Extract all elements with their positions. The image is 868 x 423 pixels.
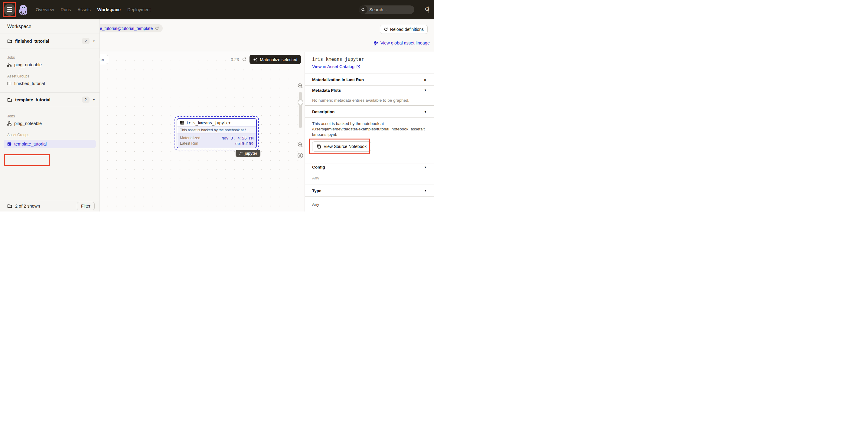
refresh-icon[interactable] (155, 26, 159, 31)
lineage-label: View global asset lineage (380, 40, 430, 46)
reload-definitions-button[interactable]: Reload definitions (380, 25, 428, 34)
nav-item-overview[interactable]: Overview (36, 7, 54, 12)
breadcrumb-label: template_tutorial@tutorial_template (100, 26, 153, 31)
sidebar-item-asset-group-finished-tutorial[interactable]: finished_tutorial (0, 79, 99, 88)
search-input[interactable] (368, 7, 428, 12)
primary-nav: Overview Runs Assets Workspace Deploymen… (36, 7, 151, 12)
jupyter-tag-label: jupyter (245, 151, 257, 155)
section-materialization-in-last-run[interactable]: Materialization in Last Run ▶ (305, 73, 434, 85)
materialized-timestamp[interactable]: Nov 3, 4:56 PM (222, 136, 253, 141)
sidebar-item-job-ping-noteable[interactable]: ping_noteable (0, 61, 99, 69)
catalog-link-label: View in Asset Catalog (312, 64, 354, 69)
latest-run-label: Latest Run (180, 141, 198, 146)
chevron-down-icon[interactable]: ▾ (93, 39, 95, 43)
materialize-label: Materialize selected (260, 57, 297, 62)
clipped-node-tag[interactable]: jupyter (100, 55, 108, 64)
chevron-down-icon: ▼ (424, 89, 427, 92)
zoom-slider-track[interactable] (299, 92, 302, 128)
view-global-asset-lineage-link[interactable]: View global asset lineage (374, 40, 430, 46)
notebook-copy-icon (317, 144, 321, 149)
nav-item-assets[interactable]: Assets (78, 7, 91, 12)
chevron-down-icon: ▼ (424, 189, 427, 192)
asset-node-name: iris_kmeans_jupyter (186, 120, 231, 125)
type-value: Any (305, 197, 434, 212)
latest-run-id[interactable]: ebf5d159 (235, 141, 253, 146)
graph-toolbar: 0:23 Materialize selected (231, 55, 301, 64)
refresh-timer: 0:23 (231, 57, 239, 62)
chevron-down-icon: ▼ (424, 166, 427, 169)
refresh-icon[interactable] (242, 57, 247, 62)
nav-item-deployment[interactable]: Deployment (127, 7, 151, 12)
breadcrumb[interactable]: template_tutorial@tutorial_template (100, 24, 163, 32)
zoom-in-button[interactable] (297, 83, 303, 89)
sidebar-title: Workspace (0, 19, 99, 34)
global-search[interactable]: / (359, 5, 414, 14)
repo-name: template_tutorial (15, 97, 82, 102)
external-link-icon (356, 64, 361, 69)
section-label: Description (312, 110, 335, 114)
asset-groups-section-label: Asset Groups (7, 132, 92, 138)
job-icon (7, 121, 11, 126)
job-label: ping_noteable (14, 62, 42, 67)
folder-icon (7, 97, 12, 102)
chevron-right-icon: ▶ (424, 78, 427, 81)
section-label: Type (312, 188, 321, 193)
top-nav: Overview Runs Assets Workspace Deploymen… (0, 0, 434, 19)
dagster-logo[interactable] (18, 4, 28, 15)
folder-icon (7, 204, 12, 209)
asset-graph-canvas[interactable]: jupyter 0:23 Materialize selected iris_k… (100, 52, 305, 212)
asset-group-icon (7, 81, 11, 86)
lineage-icon (374, 41, 378, 46)
job-label: ping_noteable (14, 121, 42, 126)
workspace-sidebar: Workspace finished_tutorial 2 ▾ Jobs pin… (0, 19, 100, 212)
repo-group-template: Jobs ping_noteable Asset Groups template… (0, 107, 99, 153)
asset-table-icon (180, 121, 184, 125)
job-icon (7, 63, 11, 67)
asset-description-text: This asset is backed by the notebook at … (312, 121, 427, 138)
view-source-notebook-label: View Source Notebook (323, 144, 367, 149)
search-icon (359, 5, 368, 14)
gear-icon[interactable]: ⚙ (425, 6, 430, 12)
annotation-box-selected-asset-group (4, 154, 50, 166)
asset-group-label: template_tutorial (14, 142, 46, 146)
page-header: template_tutorial@tutorial_template Relo… (100, 19, 434, 52)
asset-node-description: This asset is backed by the notebook at … (177, 127, 256, 134)
sidebar-item-job-ping-noteable[interactable]: ping_noteable (0, 119, 99, 128)
repo-name: finished_tutorial (15, 39, 82, 43)
download-view-button[interactable] (297, 152, 303, 158)
section-config[interactable]: Config ▼ (305, 163, 434, 171)
repo-group-finished: Jobs ping_noteable Asset Groups finished… (0, 49, 99, 93)
filter-button[interactable]: Filter (77, 202, 95, 210)
nav-item-runs[interactable]: Runs (61, 7, 71, 12)
asset-detail-title: iris_kmeans_jupyter (312, 57, 427, 62)
config-value: Any (305, 171, 434, 185)
section-label: Config (312, 165, 325, 170)
materialize-selected-button[interactable]: Materialize selected (249, 55, 301, 64)
nav-item-workspace[interactable]: Workspace (97, 7, 121, 12)
repo-row-template-tutorial[interactable]: template_tutorial 2 ▾ (0, 93, 99, 107)
hamburger-menu-button[interactable] (4, 4, 15, 16)
jupyter-icon (239, 151, 243, 155)
sidebar-item-asset-group-template-tutorial[interactable]: template_tutorial (4, 140, 96, 148)
repo-row-finished-tutorial[interactable]: finished_tutorial 2 ▾ (0, 34, 99, 49)
sparkle-icon (253, 57, 258, 62)
view-source-notebook-button[interactable]: View Source Notebook (312, 141, 371, 152)
metadata-plots-empty-text: No numeric metadata entries available to… (305, 95, 434, 105)
asset-node-selected-outline[interactable]: iris_kmeans_jupyter This asset is backed… (175, 116, 259, 150)
section-type[interactable]: Type ▼ (305, 185, 434, 197)
chevron-down-icon[interactable]: ▾ (93, 98, 95, 101)
asset-node-iris-kmeans-jupyter[interactable]: iris_kmeans_jupyter This asset is backed… (177, 118, 257, 148)
asset-detail-panel: iris_kmeans_jupyter View in Asset Catalo… (305, 52, 434, 212)
section-metadata-plots[interactable]: Metadata Plots ▼ (305, 85, 434, 95)
section-description[interactable]: Description ▼ (305, 106, 434, 117)
zoom-out-button[interactable] (297, 142, 303, 148)
repo-count-badge: 2 (82, 96, 90, 103)
zoom-slider-handle[interactable] (298, 99, 303, 105)
section-label: Materialization in Last Run (312, 78, 364, 82)
sidebar-footer: 2 of 2 shown Filter (0, 200, 99, 212)
asset-group-label: finished_tutorial (14, 81, 45, 86)
repo-count-badge: 2 (82, 38, 90, 44)
refresh-icon (384, 27, 388, 31)
view-in-asset-catalog-link[interactable]: View in Asset Catalog (312, 64, 361, 69)
jupyter-tag[interactable]: jupyter (236, 150, 260, 157)
